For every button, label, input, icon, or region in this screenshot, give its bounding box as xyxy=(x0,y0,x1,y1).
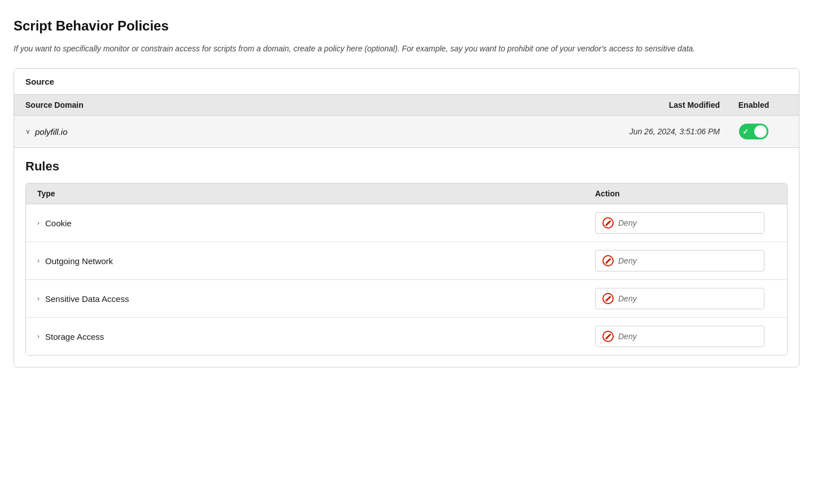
cookie-action-dropdown[interactable]: Deny xyxy=(595,212,764,234)
rule-type-storage-access: › Storage Access xyxy=(37,332,595,341)
storage-access-action-dropdown[interactable]: Deny xyxy=(595,326,764,347)
expand-outgoing-network-icon[interactable]: › xyxy=(37,257,40,265)
deny-icon-outgoing-network xyxy=(602,255,614,266)
rules-title: Rules xyxy=(25,159,788,174)
expand-row-chevron-icon[interactable]: ∨ xyxy=(25,128,30,135)
rule-type-sensitive-data: › Sensitive Data Access xyxy=(37,294,595,304)
domain-cell: ∨ polyfill.io xyxy=(25,127,573,137)
toggle-thumb xyxy=(754,125,767,138)
cookie-action-label: Deny xyxy=(618,218,637,227)
deny-icon-sensitive-data xyxy=(602,293,614,304)
page-title: Script Behavior Policies xyxy=(14,18,799,34)
rules-table-header: Type Action xyxy=(26,183,787,204)
outgoing-network-action-label: Deny xyxy=(618,256,637,265)
action-col-header: Action xyxy=(595,189,776,198)
rule-row-storage-access: › Storage Access Deny xyxy=(26,318,787,355)
rule-action-sensitive-data: Deny xyxy=(595,288,776,309)
storage-access-action-label: Deny xyxy=(618,332,637,341)
source-table-row: ∨ polyfill.io Jun 26, 2024, 3:51:06 PM ✓ xyxy=(14,116,799,148)
enabled-toggle[interactable]: ✓ xyxy=(739,124,768,139)
enabled-col-header: Enabled xyxy=(720,100,788,109)
rule-type-label-outgoing-network: Outgoing Network xyxy=(45,256,113,266)
rule-type-label-sensitive-data: Sensitive Data Access xyxy=(45,294,129,304)
last-modified-value: Jun 26, 2024, 3:51:06 PM xyxy=(573,127,720,136)
expand-storage-access-icon[interactable]: › xyxy=(37,332,40,340)
sensitive-data-action-label: Deny xyxy=(618,294,637,303)
source-card-header: Source xyxy=(14,69,799,95)
deny-icon-cookie xyxy=(602,217,614,229)
rule-type-cookie: › Cookie xyxy=(37,218,595,228)
source-policies-card: Source Source Domain Last Modified Enabl… xyxy=(14,68,799,367)
source-table-header: Source Domain Last Modified Enabled xyxy=(14,95,799,116)
expand-sensitive-data-icon[interactable]: › xyxy=(37,295,40,303)
last-modified-col-header: Last Modified xyxy=(573,100,720,109)
rule-type-label-storage-access: Storage Access xyxy=(45,332,104,341)
rule-action-outgoing-network: Deny xyxy=(595,250,776,271)
source-domain-col-header: Source Domain xyxy=(25,100,573,109)
domain-value: polyfill.io xyxy=(35,127,68,137)
rule-row-outgoing-network: › Outgoing Network Deny xyxy=(26,242,787,280)
rules-section: Rules Type Action › Cookie Deny xyxy=(14,148,799,356)
rule-action-storage-access: Deny xyxy=(595,326,776,347)
page-description: If you want to specifically monitor or c… xyxy=(14,43,799,55)
outgoing-network-action-dropdown[interactable]: Deny xyxy=(595,250,764,271)
rule-row-sensitive-data: › Sensitive Data Access Deny xyxy=(26,280,787,318)
expand-cookie-icon[interactable]: › xyxy=(37,219,40,227)
deny-icon-storage-access xyxy=(602,331,614,342)
rule-action-cookie: Deny xyxy=(595,212,776,234)
toggle-check-icon: ✓ xyxy=(742,128,749,136)
sensitive-data-action-dropdown[interactable]: Deny xyxy=(595,288,764,309)
toggle-track: ✓ xyxy=(739,124,768,139)
enabled-cell: ✓ xyxy=(720,124,788,139)
rules-table: Type Action › Cookie Deny xyxy=(25,183,788,356)
rule-type-label-cookie: Cookie xyxy=(45,218,72,228)
type-col-header: Type xyxy=(37,189,595,198)
rule-row-cookie: › Cookie Deny xyxy=(26,204,787,242)
rule-type-outgoing-network: › Outgoing Network xyxy=(37,256,595,266)
